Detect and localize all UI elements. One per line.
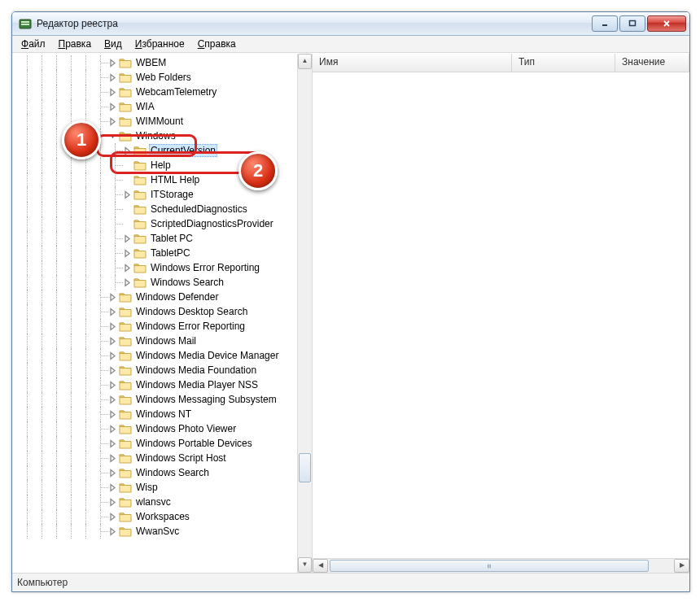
expand-icon[interactable] xyxy=(108,293,117,302)
expand-icon[interactable] xyxy=(123,234,132,243)
tree-item[interactable]: Windows Error Reporting xyxy=(12,260,298,275)
expand-icon[interactable] xyxy=(108,483,117,492)
expand-icon[interactable] xyxy=(108,454,117,463)
hscroll-track[interactable] xyxy=(328,559,674,573)
menu-edit[interactable]: Правка xyxy=(53,37,98,50)
tree-item[interactable]: ScheduledDiagnostics xyxy=(12,202,298,216)
folder-icon xyxy=(119,291,132,303)
expand-icon[interactable] xyxy=(108,103,117,111)
folder-icon xyxy=(133,145,147,156)
expand-icon[interactable] xyxy=(123,264,132,273)
titlebar[interactable]: Редактор реестра xyxy=(12,12,689,36)
scroll-right-button[interactable]: ▶ xyxy=(674,559,689,573)
tree-item[interactable]: WwanSvc xyxy=(12,524,298,539)
tree-item[interactable]: Windows Portable Devices xyxy=(12,436,298,451)
expand-icon[interactable] xyxy=(108,527,117,536)
scroll-up-button[interactable]: ▲ xyxy=(298,54,312,69)
tree-item[interactable]: Workspaces xyxy=(12,509,298,524)
tree-item[interactable]: wlansvc xyxy=(12,495,298,509)
expand-icon[interactable] xyxy=(108,381,117,390)
expand-icon[interactable] xyxy=(108,88,117,97)
folder-icon xyxy=(119,526,132,537)
values-list[interactable] xyxy=(313,72,689,558)
expand-icon[interactable] xyxy=(123,146,132,155)
tree-item[interactable]: Windows Defender xyxy=(12,290,298,304)
expand-icon[interactable] xyxy=(108,439,117,448)
column-value[interactable]: Значение xyxy=(615,54,689,72)
tree-item[interactable]: Windows xyxy=(12,129,298,143)
scroll-thumb[interactable] xyxy=(299,453,311,482)
tree-item[interactable]: Windows Desktop Search xyxy=(12,304,298,319)
expand-icon[interactable] xyxy=(108,366,117,375)
tree-item[interactable]: Windows Search xyxy=(12,275,298,290)
scroll-track[interactable] xyxy=(298,69,312,557)
tree-item[interactable]: Wisp xyxy=(12,480,298,495)
expand-icon[interactable] xyxy=(108,73,117,82)
folder-icon xyxy=(119,130,132,142)
expand-icon[interactable] xyxy=(108,513,117,521)
tree-item[interactable]: Windows Search xyxy=(12,465,298,480)
expand-icon[interactable] xyxy=(108,337,117,346)
tree-item[interactable]: ScriptedDiagnosticsProvider xyxy=(12,216,298,231)
horizontal-scrollbar[interactable]: ◀ ▶ xyxy=(313,558,689,573)
tree-item[interactable]: Windows NT xyxy=(12,407,298,421)
tree-item[interactable]: Windows Media Player NSS xyxy=(12,377,298,392)
minimize-button[interactable] xyxy=(592,15,618,32)
scroll-down-button[interactable]: ▼ xyxy=(298,557,312,573)
menu-view[interactable]: Вид xyxy=(98,37,128,50)
expand-icon[interactable] xyxy=(108,469,117,478)
values-pane[interactable]: Имя Тип Значение ◀ ▶ xyxy=(313,54,689,573)
tree-item[interactable]: WBEM xyxy=(12,55,298,70)
expand-icon[interactable] xyxy=(108,425,117,434)
folder-icon xyxy=(133,174,147,185)
folder-icon xyxy=(119,116,132,127)
expand-icon[interactable] xyxy=(108,498,117,507)
scroll-left-button[interactable]: ◀ xyxy=(313,559,328,573)
tree-item[interactable]: Web Folders xyxy=(12,70,298,85)
expand-icon[interactable] xyxy=(108,59,117,68)
expand-icon[interactable] xyxy=(123,278,132,287)
menu-file[interactable]: Файл xyxy=(15,37,51,50)
expand-icon[interactable] xyxy=(123,190,132,199)
tree-item-label: ScheduledDiagnostics xyxy=(149,203,249,215)
statusbar: Компьютер xyxy=(12,573,689,591)
close-button[interactable] xyxy=(647,15,686,32)
tree-item-label: Tablet PC xyxy=(149,233,195,244)
expand-icon[interactable] xyxy=(108,117,117,126)
tree-item[interactable]: Windows Media Device Manager xyxy=(12,348,298,363)
expand-icon[interactable] xyxy=(108,410,117,419)
window-title: Редактор реестра xyxy=(37,18,590,29)
tree-item-label: Windows Desktop Search xyxy=(134,306,249,317)
maximize-button[interactable] xyxy=(619,15,645,32)
expand-icon[interactable] xyxy=(108,308,117,316)
tree-item-label: Windows Photo Viewer xyxy=(134,423,238,434)
tree-item[interactable]: Windows Error Reporting xyxy=(12,319,298,334)
tree-item-label: Windows Error Reporting xyxy=(134,321,247,332)
expand-icon[interactable] xyxy=(108,395,117,404)
tree-item[interactable]: WIMMount xyxy=(12,114,298,129)
tree-item[interactable]: WIA xyxy=(12,99,298,114)
column-name[interactable]: Имя xyxy=(313,54,512,72)
menu-help[interactable]: Справка xyxy=(192,37,242,50)
expand-icon[interactable] xyxy=(108,351,117,360)
tree-item[interactable]: Windows Media Foundation xyxy=(12,363,298,377)
tree-item[interactable]: Tablet PC xyxy=(12,231,298,246)
tree-item[interactable]: Windows Photo Viewer xyxy=(12,421,298,436)
hscroll-thumb[interactable] xyxy=(330,560,649,572)
expand-icon[interactable] xyxy=(108,322,117,331)
folder-icon xyxy=(119,306,132,317)
collapse-icon[interactable] xyxy=(108,132,117,141)
tree-item[interactable]: WebcamTelemetry xyxy=(12,85,298,99)
tree-pane[interactable]: WBEMWeb FoldersWebcamTelemetryWIAWIMMoun… xyxy=(12,54,313,573)
tree-item[interactable]: Windows Script Host xyxy=(12,451,298,465)
folder-icon xyxy=(119,379,132,390)
menu-favorites[interactable]: Избранное xyxy=(129,37,190,50)
tree-item[interactable]: TabletPC xyxy=(12,246,298,260)
folder-icon xyxy=(133,277,147,288)
tree-spacer xyxy=(123,205,132,214)
tree-item[interactable]: Windows Messaging Subsystem xyxy=(12,392,298,407)
tree-item[interactable]: Windows Mail xyxy=(12,334,298,348)
vertical-scrollbar[interactable]: ▲ ▼ xyxy=(297,54,312,573)
expand-icon[interactable] xyxy=(123,249,132,258)
column-type[interactable]: Тип xyxy=(512,54,615,72)
